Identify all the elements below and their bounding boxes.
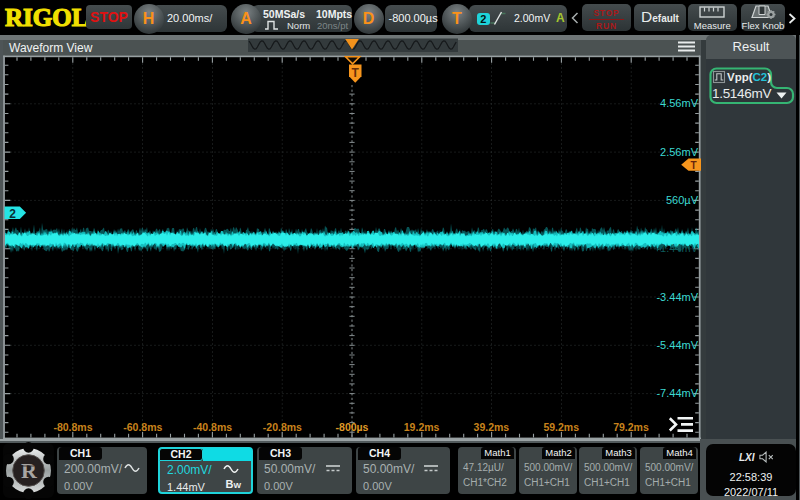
svg-text:T: T bbox=[352, 66, 360, 80]
svg-text:R: R bbox=[21, 458, 38, 483]
svg-text:2: 2 bbox=[9, 207, 16, 221]
svg-text:T: T bbox=[690, 160, 696, 171]
